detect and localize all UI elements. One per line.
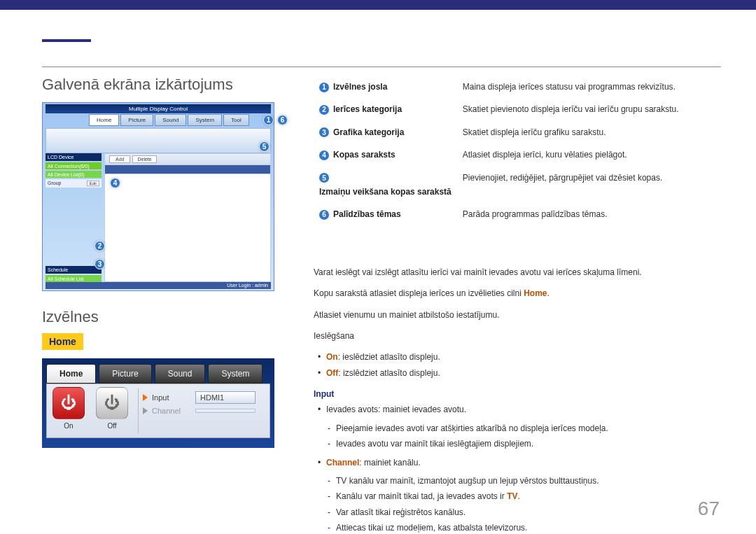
triangle-icon	[143, 394, 148, 401]
power-off-button[interactable]: ⏻	[96, 387, 128, 419]
power-off-label: Off	[107, 422, 116, 430]
page-number: 67	[698, 498, 720, 520]
main-toolbar: Add Delete	[105, 154, 270, 165]
sidebar-head-schedule: Schedule	[46, 266, 102, 274]
tab2-system[interactable]: System	[208, 364, 262, 384]
callout-4: 4	[110, 178, 120, 188]
toolbar: Fault Device Fault Device Alert User Set…	[46, 128, 271, 153]
screenshot-main-layout: Multiple Display Control Home Picture So…	[42, 102, 274, 291]
window-title: Multiple Display Control	[46, 104, 271, 113]
sidebar-edit-button[interactable]: Edit	[87, 181, 99, 186]
doc-top-accent	[0, 0, 756, 13]
input-heading: Input	[314, 387, 718, 401]
input-select[interactable]: HDMI1	[195, 391, 255, 404]
channel-label: Channel	[152, 407, 195, 415]
tab2-sound[interactable]: Sound	[155, 364, 206, 384]
channel-list: Channel: mainiet kanālu.	[314, 456, 718, 470]
para-intro: Varat ieslēgt vai izslēgt atlasītu ierīc…	[314, 265, 718, 279]
callout-6: 6	[277, 115, 288, 125]
legend-row: 6Palīdzības tēmasParāda programmas palīd…	[314, 203, 718, 225]
triangle-icon	[143, 407, 148, 414]
legend-row: 2Ierīces kategorijaSkatiet pievienoto di…	[314, 98, 718, 120]
channel-sublist: TV kanālu var mainīt, izmantojot augšup …	[314, 474, 718, 534]
tab-picture[interactable]: Picture	[120, 114, 153, 126]
callout-5: 5	[259, 141, 270, 152]
legend-row: 3Grafika kategorijaSkatiet displeja ierī…	[314, 121, 718, 143]
tab-sound[interactable]: Sound	[155, 114, 186, 126]
sidebar-head-lcd: LCD Device	[46, 153, 102, 161]
para-change: Atlasiet vienumu un mainiet atbilstošo i…	[314, 308, 718, 322]
tab-home[interactable]: Home	[89, 114, 119, 126]
legend-row: 1Izvēlnes joslaMaina displeja ierīces st…	[314, 76, 718, 98]
delete-button[interactable]: Delete	[132, 155, 156, 163]
tab-system[interactable]: System	[188, 114, 222, 126]
power-on-label: On	[64, 422, 73, 430]
power-list: On: ieslēdziet atlasīto displeju. Off: i…	[314, 350, 718, 380]
status-bar: User Login : admin	[46, 282, 271, 289]
callout-1: 1	[263, 115, 274, 125]
channel-row: Channel	[143, 407, 270, 415]
legend-row: 4Kopas sarakstsAtlasiet displeja ierīci,…	[314, 143, 718, 166]
main-panel: Add Delete	[104, 153, 271, 282]
para-select: Kopu sarakstā atlasiet displeja ierīces …	[314, 286, 718, 300]
legend-table: 1Izvēlnes joslaMaina displeja ierīces st…	[314, 76, 718, 226]
power-on-button[interactable]: ⏻	[52, 387, 85, 419]
tab2-picture[interactable]: Picture	[99, 364, 151, 384]
input-list: Ievades avots: mainiet ievades avotu.	[314, 402, 718, 416]
home-section-pill: Home	[42, 333, 83, 350]
add-button[interactable]: Add	[109, 155, 130, 163]
sidebar-item-group[interactable]: Group Edit	[46, 179, 102, 188]
callout-2: 2	[94, 241, 105, 251]
callout-3: 3	[94, 259, 105, 269]
table-header	[105, 165, 270, 174]
heading-layout: Galvenā ekrāna izkārtojums	[42, 76, 280, 94]
para-power: Ieslēgšana	[314, 329, 718, 343]
tab2-home[interactable]: Home	[46, 364, 96, 384]
heading-menus: Izvēlnes	[42, 308, 280, 326]
channel-select	[195, 409, 255, 413]
sidebar-item-all-connection[interactable]: All Connection(0/0)	[46, 162, 102, 169]
input-sublist: Pieejamie ievades avoti var atšķirties a…	[314, 421, 718, 451]
input-label: Input	[152, 393, 195, 402]
legend-row: 5Izmaiņu veikšana kopas sarakstāPievieno…	[314, 167, 718, 204]
input-row: Input HDMI1	[143, 391, 270, 404]
screenshot-home-menu: Home Picture Sound System ⏻ On ⏻ Off	[42, 358, 274, 448]
sidebar-item-all-device-list[interactable]: All Device List(0)	[46, 171, 102, 178]
tab-bar: Home Picture Sound System Tool	[89, 114, 249, 126]
sidebar-item-all-schedule[interactable]: All Schedule List	[46, 275, 102, 282]
sidebar: LCD Device All Connection(0/0) All Devic…	[46, 153, 102, 282]
tab-tool[interactable]: Tool	[223, 114, 249, 126]
